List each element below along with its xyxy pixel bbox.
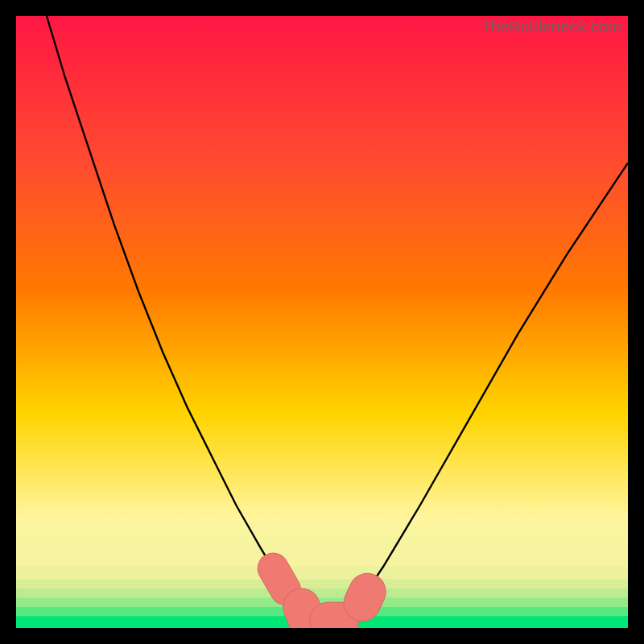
gradient-background <box>16 16 628 628</box>
watermark-text: TheBottleneck.com <box>481 18 621 36</box>
bottleneck-chart <box>16 16 628 628</box>
svg-rect-3 <box>16 588 628 598</box>
svg-rect-5 <box>16 567 628 580</box>
svg-rect-4 <box>16 579 628 588</box>
svg-rect-6 <box>16 543 628 568</box>
chart-frame: TheBottleneck.com <box>16 16 628 628</box>
